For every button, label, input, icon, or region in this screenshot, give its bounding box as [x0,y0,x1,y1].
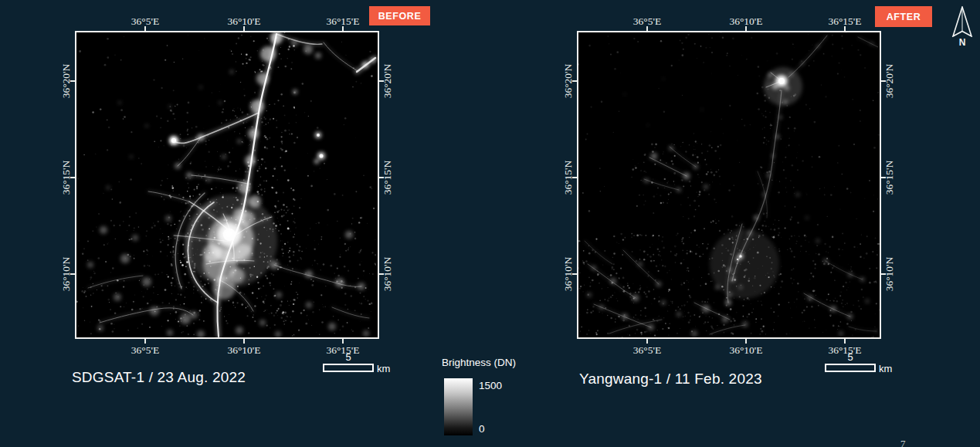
graticule-tick [646,26,648,31]
scalebar-unit: km [377,363,390,374]
caption-after: Yangwang-1 / 11 Feb. 2023 [579,371,762,388]
graticule-tick [572,273,577,275]
graticule-tick [379,80,384,82]
graticule-tick [379,177,384,178]
colorbar: Brightness (DN) 1500 0 [442,357,542,442]
scalebar-unit: km [879,363,892,374]
longitude-label: 36°5'E [131,344,159,357]
before-badge: BEFORE [369,6,430,25]
longitude-label: 36°10'E [729,344,762,357]
graticule-tick [745,339,747,344]
graticule-tick [243,339,245,344]
map-after: 36°5'E36°5'E36°10'E36°10'E36°15'E36°15'E… [577,31,881,339]
scalebar-number: 5 [323,351,374,363]
graticule-tick [70,80,75,82]
scalebar-number: 5 [825,351,876,363]
north-arrow-icon [951,6,973,37]
longitude-label: 36°5'E [633,344,661,357]
scalebar-after: 5 km [825,351,902,378]
page-number: 7 [900,438,906,447]
colorbar-min-label: 0 [479,423,485,435]
graticule-tick [844,26,846,31]
graticule-tick [70,273,75,275]
scalebar-bar [323,364,374,372]
north-label: N [951,37,974,48]
scalebar-bar [825,364,876,372]
graticule-tick [144,26,146,31]
colorbar-ramp [444,378,473,435]
colorbar-max-label: 1500 [479,380,502,391]
graticule-tick [243,26,245,31]
graticule-tick [646,339,648,344]
graticule-tick [881,273,886,275]
after-badge: AFTER [875,6,932,27]
graticule-tick [572,80,577,82]
graticule-tick [342,26,344,31]
map-before: 36°5'E36°5'E36°10'E36°10'E36°15'E36°15'E… [75,31,379,339]
graticule-tick [379,273,384,275]
graticule-tick [144,339,146,344]
night-lights-image [578,32,880,337]
caption-before: SDGSAT-1 / 23 Aug. 2022 [72,369,246,386]
graticule-tick [881,177,886,178]
graticule-tick [844,339,846,344]
graticule-tick [342,339,344,344]
graticule-tick [572,177,577,178]
north-arrow: N [951,6,974,51]
scalebar-before: 5 km [323,351,400,378]
longitude-label: 36°10'E [227,344,260,357]
figure-canvas: BEFORE AFTER N 36°5'E36°5'E36°10'E36°10'… [0,0,980,447]
graticule-tick [70,177,75,178]
night-lights-image [76,32,378,337]
graticule-tick [881,80,886,82]
colorbar-title: Brightness (DN) [442,357,516,368]
graticule-tick [745,26,747,31]
